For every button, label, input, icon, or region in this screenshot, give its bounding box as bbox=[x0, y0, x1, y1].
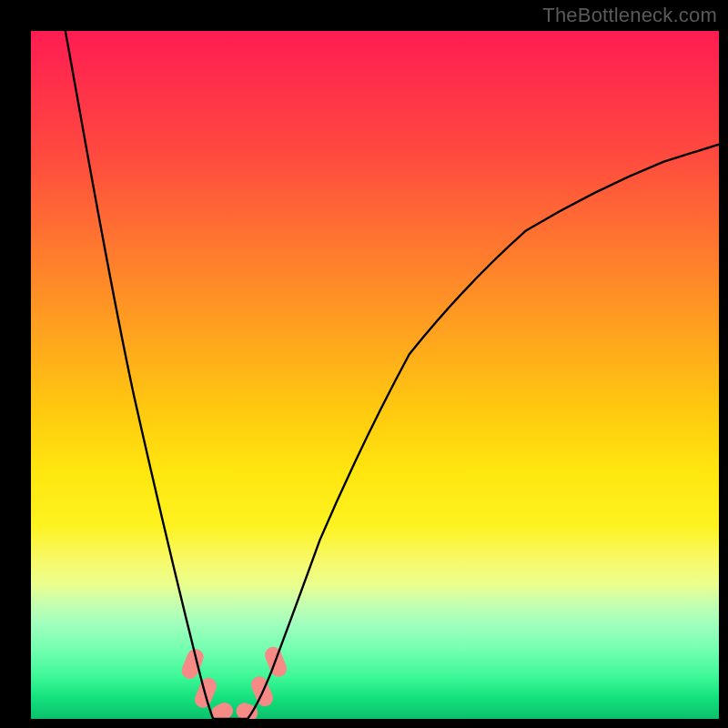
curve-right bbox=[248, 145, 719, 719]
watermark-text: TheBottleneck.com bbox=[542, 4, 717, 27]
curve-left-branch bbox=[66, 31, 214, 719]
chart-root: TheBottleneck.com bbox=[0, 0, 728, 728]
plot-area bbox=[31, 31, 719, 719]
curve-layer bbox=[31, 31, 719, 719]
marker-pill bbox=[179, 646, 206, 681]
